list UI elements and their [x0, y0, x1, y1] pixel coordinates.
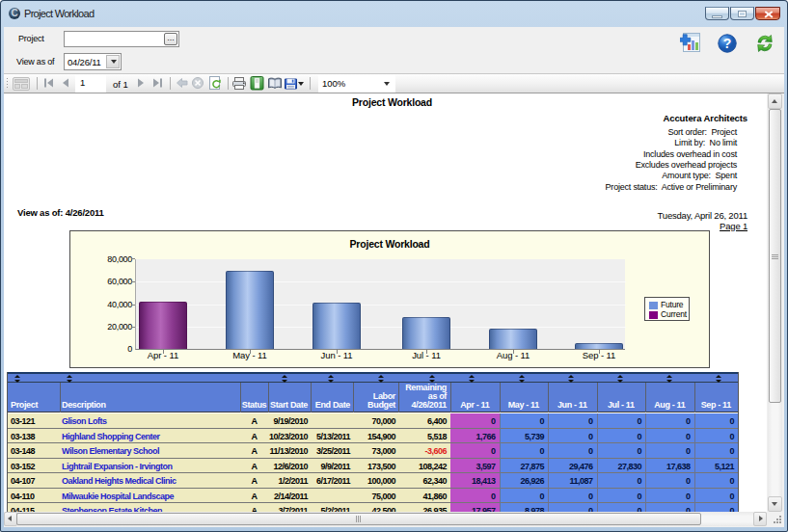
- svg-text:?: ?: [723, 36, 732, 51]
